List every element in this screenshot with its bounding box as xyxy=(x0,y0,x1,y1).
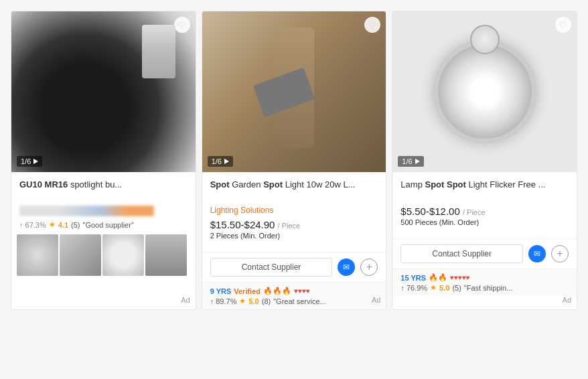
message-icon-3[interactable] xyxy=(528,245,546,262)
min-order-2: 2 Pieces (Min. Order) xyxy=(210,232,378,240)
product-title-2: Spot Garden Spot Light 10w 20w L... xyxy=(210,179,378,203)
review-2: (8) xyxy=(262,297,271,305)
heart-icons-2: ♥♥♥♥ xyxy=(294,287,310,295)
quote-3: "Fast shippin... xyxy=(464,284,512,292)
response-2: ↑ 89.7% xyxy=(210,297,237,305)
card-actions-2: Contact Supplier + xyxy=(202,252,386,282)
years-badge-2: 9 YRS xyxy=(210,287,232,295)
heart-btn-2[interactable]: ♡ xyxy=(364,17,380,33)
quote-text-1: "Good supplier" xyxy=(83,221,134,229)
price-unit-3: / Piece xyxy=(463,208,486,216)
message-icon-2[interactable] xyxy=(338,258,355,276)
footer-stats-3: ↑ 76.9% ★ 5.0 (5) "Fast shippin... xyxy=(400,283,569,292)
star-icon-1: ★ xyxy=(49,220,56,229)
card-body-1: GU10 MR16 spotlight bu... ↑ 67.3% ★ 4.1 … xyxy=(11,172,196,234)
rating-score-1: 4.1 xyxy=(58,221,68,229)
product-title-3: Lamp Spot Spot Light Flicker Free ... xyxy=(400,179,569,203)
badge-3: 1/6 xyxy=(398,156,423,167)
product-card-2: ♡ 1/6 Spot Garden Spot Light 10w 20w L..… xyxy=(202,11,387,310)
footer-stats-2: ↑ 89.7% ★ 5.0 (8) "Great service... xyxy=(210,297,378,305)
review-3: (5) xyxy=(452,284,461,292)
play-icon-3 xyxy=(415,159,420,164)
thumb-1d[interactable] xyxy=(145,234,187,276)
rating-2: 5.0 xyxy=(248,297,259,305)
footer-row-2: 9 YRS Verified 🔥🔥🔥 ♥♥♥♥ xyxy=(210,287,378,295)
response-rate-1: ↑ 67.3% xyxy=(19,221,46,229)
play-icon-1 xyxy=(33,159,38,164)
price-2: $15.50-$24.90 / Piece xyxy=(210,219,378,230)
badge-1: 1/6 xyxy=(17,156,42,167)
add-icon-3[interactable]: + xyxy=(551,245,569,262)
response-3: ↑ 76.9% xyxy=(400,284,427,292)
card-actions-3: Contact Supplier + xyxy=(392,238,577,269)
thumb-1a[interactable] xyxy=(17,234,58,276)
fire-icons-2: 🔥🔥🔥 xyxy=(263,287,291,295)
verified-badge-2: Verified xyxy=(234,287,261,295)
card-body-2: Spot Garden Spot Light 10w 20w L... Ligh… xyxy=(202,172,386,252)
store-name-2[interactable]: Lighting Solutions xyxy=(210,206,378,215)
product-card-1: ♡ 1/6 GU10 MR16 spotlight bu... ↑ 67.3% … xyxy=(11,11,196,310)
rating-row-1: ↑ 67.3% ★ 4.1 (5) "Good supplier" xyxy=(19,220,188,229)
ad-label-3: Ad xyxy=(563,296,571,304)
star-3: ★ xyxy=(430,283,437,292)
add-icon-2[interactable]: + xyxy=(360,258,378,276)
card-footer-3: 15 YRS 🔥🔥 ♥♥♥♥♥ ↑ 76.9% ★ 5.0 (5) "Fast … xyxy=(392,269,577,296)
play-icon-2 xyxy=(224,159,229,164)
heart-icons-3: ♥♥♥♥♥ xyxy=(450,274,470,281)
thumb-1c[interactable] xyxy=(102,234,144,276)
quote-2: "Great service... xyxy=(273,297,325,305)
card-thumbs-1 xyxy=(11,234,196,281)
rating-3: 5.0 xyxy=(439,284,449,292)
blurred-price-1 xyxy=(19,206,154,216)
heart-btn-3[interactable]: ♡ xyxy=(555,17,571,33)
footer-row-3a: 15 YRS 🔥🔥 ♥♥♥♥♥ xyxy=(400,273,569,282)
ad-label-1: Ad xyxy=(181,296,190,304)
contact-supplier-btn-3[interactable]: Contact Supplier xyxy=(400,244,523,263)
fire-icons-3: 🔥🔥 xyxy=(429,273,447,282)
years-badge-3: 15 YRS xyxy=(400,274,426,282)
product-card-3: ♡ 1/6 Lamp Spot Spot Light Flicker Free … xyxy=(392,11,577,310)
product-grid: ♡ 1/6 GU10 MR16 spotlight bu... ↑ 67.3% … xyxy=(0,0,588,321)
image-container-2: ♡ 1/6 xyxy=(202,11,386,172)
image-container-3: ♡ 1/6 xyxy=(392,11,577,172)
badge-2: 1/6 xyxy=(208,156,233,167)
card-footer-2: 9 YRS Verified 🔥🔥🔥 ♥♥♥♥ ↑ 89.7% ★ 5.0 (8… xyxy=(202,282,386,309)
product-title-1: GU10 MR16 spotlight bu... xyxy=(19,179,188,203)
min-order-3: 500 Pieces (Min. Order) xyxy=(400,218,569,226)
heart-btn-1[interactable]: ♡ xyxy=(174,17,190,33)
review-count-1: (5) xyxy=(71,221,80,229)
thumb-1b[interactable] xyxy=(60,234,101,276)
ad-label-2: Ad xyxy=(372,296,380,304)
card-body-3: Lamp Spot Spot Light Flicker Free ... $5… xyxy=(392,172,577,238)
price-3: $5.50-$12.00 / Piece xyxy=(400,206,569,217)
price-unit-2: / Piece xyxy=(278,222,301,230)
image-container-1: ♡ 1/6 xyxy=(11,11,196,172)
star-2: ★ xyxy=(239,297,246,305)
contact-supplier-btn-2[interactable]: Contact Supplier xyxy=(210,258,333,277)
